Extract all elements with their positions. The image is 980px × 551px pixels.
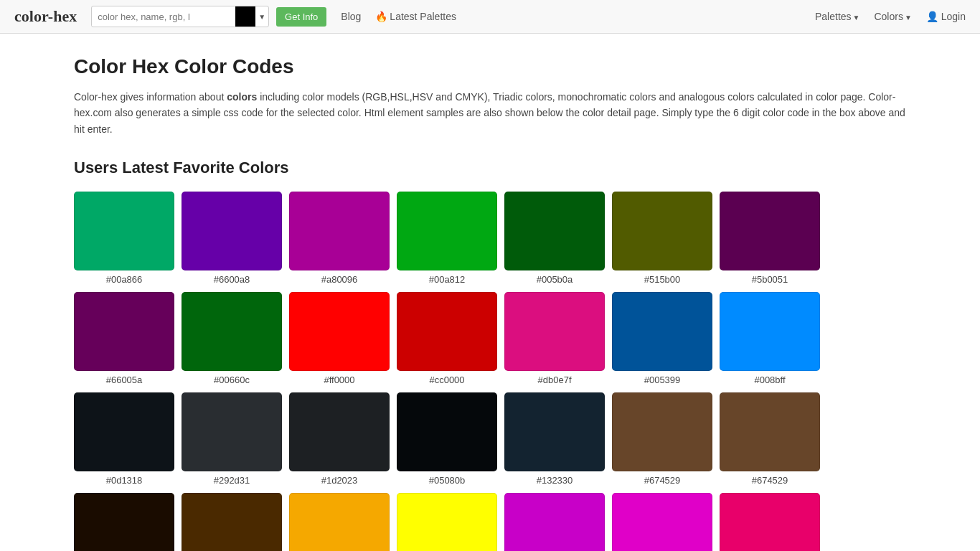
color-item[interactable]: #c800c8: [504, 493, 605, 551]
color-label: #005b0a: [537, 274, 573, 285]
color-block: [74, 493, 174, 551]
color-item[interactable]: #05080b: [397, 392, 497, 486]
login-icon: 👤: [926, 11, 938, 22]
header: color-hex ▼ Get Info Blog 🔥Latest Palett…: [0, 0, 980, 34]
color-block: [182, 292, 282, 371]
color-item[interactable]: #515b00: [612, 192, 712, 285]
color-label: #6600a8: [214, 274, 250, 285]
color-item[interactable]: #00a866: [74, 192, 174, 285]
swatch-arrow-icon[interactable]: ▼: [255, 13, 268, 21]
color-block: [612, 392, 712, 471]
logo[interactable]: color-hex: [14, 7, 77, 26]
palettes-dropdown[interactable]: Palettes▼: [815, 11, 860, 22]
color-block: [397, 493, 497, 551]
color-label: #132330: [537, 475, 573, 486]
color-item[interactable]: #008bff: [720, 292, 820, 385]
nav-right: Palettes▼ Colors▼ 👤 Login: [815, 11, 966, 22]
color-item[interactable]: #0d1318: [74, 392, 174, 486]
color-item[interactable]: #6600a8: [182, 192, 282, 285]
color-item[interactable]: #00a812: [397, 192, 497, 285]
color-block: [397, 292, 497, 371]
color-label: #674529: [644, 475, 681, 486]
color-item[interactable]: #00660c: [182, 292, 282, 385]
color-label: #005399: [644, 375, 681, 385]
login-link[interactable]: 👤 Login: [926, 11, 966, 22]
color-block: [74, 192, 174, 270]
color-item[interactable]: #5b0051: [720, 192, 820, 285]
color-block: [289, 493, 390, 551]
color-item[interactable]: #e8006a: [720, 493, 820, 551]
main-content: Color Hex Color Codes Color-hex gives in…: [60, 34, 920, 551]
color-item[interactable]: #f5a800: [289, 493, 390, 551]
search-input[interactable]: [92, 8, 235, 26]
color-block: [612, 292, 712, 371]
color-item[interactable]: #ffff00: [397, 493, 497, 551]
color-item[interactable]: #66005a: [74, 292, 174, 385]
description-keyword: colors: [227, 91, 257, 103]
color-item[interactable]: #db0e7f: [504, 292, 605, 385]
color-label: #1d2023: [321, 475, 358, 486]
color-label: #cc0000: [429, 375, 464, 385]
color-item[interactable]: #cc0000: [397, 292, 497, 385]
color-block: [720, 192, 820, 270]
color-block: [289, 392, 390, 471]
color-label: #674529: [752, 475, 788, 486]
color-block: [720, 392, 820, 471]
colors-dropdown-arrow: ▼: [905, 14, 912, 22]
color-item[interactable]: #005b0a: [504, 192, 605, 285]
color-block: [289, 192, 390, 270]
color-swatch[interactable]: [235, 6, 255, 27]
description: Color-hex gives information about colors…: [74, 89, 906, 137]
nav-links: Blog 🔥Latest Palettes: [341, 11, 456, 22]
search-wrapper: ▼: [91, 6, 269, 27]
color-block: [504, 192, 605, 270]
color-item[interactable]: #005399: [612, 292, 712, 385]
color-item[interactable]: #674529: [720, 392, 820, 486]
color-block: [720, 292, 820, 371]
color-block: [504, 392, 605, 471]
description-before: Color-hex gives information about: [74, 91, 227, 103]
color-label: #00660c: [214, 375, 250, 385]
color-grid: #00a866#6600a8#a80096#00a812#005b0a#515b…: [74, 192, 906, 551]
color-label: #ff0000: [324, 375, 354, 385]
section-title: Users Latest Favorite Colors: [74, 159, 906, 177]
color-label: #008bff: [754, 375, 785, 385]
color-item[interactable]: #ff0000: [289, 292, 390, 385]
page-title: Color Hex Color Codes: [74, 55, 906, 78]
color-label: #a80096: [321, 274, 358, 285]
color-block: [612, 192, 712, 270]
color-label: #0d1318: [106, 475, 143, 486]
color-label: #00a812: [429, 274, 466, 285]
color-item[interactable]: #132330: [504, 392, 605, 486]
color-block: [504, 493, 605, 551]
color-block: [397, 192, 497, 270]
color-label: #292d31: [214, 475, 250, 486]
color-block: [720, 493, 820, 551]
color-block: [182, 192, 282, 270]
color-label: #db0e7f: [538, 375, 572, 385]
color-item[interactable]: #1a0c00: [74, 493, 174, 551]
blog-link[interactable]: Blog: [341, 11, 361, 22]
latest-palettes-link[interactable]: 🔥Latest Palettes: [375, 11, 456, 22]
color-item[interactable]: #292d31: [182, 392, 282, 486]
color-block: [289, 292, 390, 371]
color-label: #66005a: [106, 375, 143, 385]
color-label: #05080b: [429, 475, 466, 486]
color-block: [397, 392, 497, 471]
get-info-button[interactable]: Get Info: [276, 7, 326, 27]
color-item[interactable]: #a80096: [289, 192, 390, 285]
color-block: [182, 392, 282, 471]
color-label: #5b0051: [752, 274, 788, 285]
color-block: [504, 292, 605, 371]
color-item[interactable]: #e000c8: [612, 493, 712, 551]
color-block: [182, 493, 282, 551]
colors-dropdown[interactable]: Colors▼: [874, 11, 911, 22]
color-block: [74, 392, 174, 471]
color-label: #00a866: [106, 274, 143, 285]
color-item[interactable]: #1d2023: [289, 392, 390, 486]
flame-icon: 🔥: [375, 11, 387, 22]
color-label: #515b00: [644, 274, 681, 285]
color-item[interactable]: #4a2900: [182, 493, 282, 551]
color-block: [74, 292, 174, 371]
color-item[interactable]: #674529: [612, 392, 712, 486]
